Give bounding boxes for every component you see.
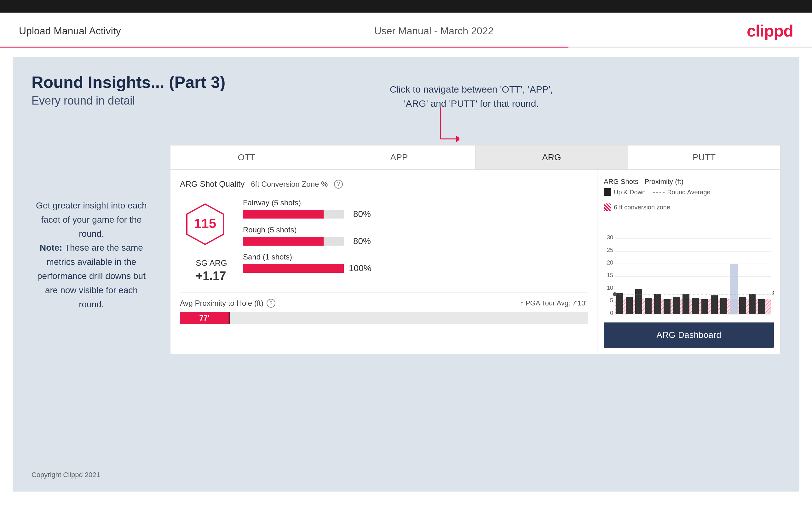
shot-pct-sand: 100% [349,263,371,273]
svg-text:5: 5 [610,297,613,303]
hex-value: 115 [194,216,216,231]
proximity-section: Avg Proximity to Hole (ft) ? ↑ PGA Tour … [180,292,588,324]
svg-rect-32 [720,298,727,314]
shot-pct-fairway: 80% [349,209,371,219]
shot-item-sand: Sand (1 shots) 100% [243,252,588,273]
hex-sg-layout: 115 SG ARG +1.17 Fairway (5 shots) [180,199,588,283]
legend-item-round-avg: Round Average [653,189,711,196]
shot-item-fairway: Fairway (5 shots) 80% [243,199,588,219]
note-label: Note: [40,243,62,252]
svg-marker-2 [456,136,459,142]
svg-rect-28 [682,294,690,314]
proximity-value: 77' [195,314,214,323]
panel-header-title: ARG Shot Quality [180,179,245,189]
legend-label-round-avg: Round Average [667,189,711,196]
svg-rect-31 [711,295,718,314]
dashboard-card: OTT APP ARG PUTT ARG Shot Quality 6ft Co… [170,145,780,354]
shot-bar-row-sand: 100% [243,263,588,273]
svg-rect-37 [758,299,765,314]
proximity-header: Avg Proximity to Hole (ft) ? ↑ PGA Tour … [180,299,588,308]
svg-rect-24 [645,298,652,314]
tab-arg[interactable]: ARG [475,146,628,169]
card-content: ARG Shot Quality 6ft Conversion Zone % ?… [170,170,780,354]
chart-legend: Up & Down Round Average 6 ft conversion … [604,188,774,211]
svg-text:8: 8 [772,290,774,297]
header: Upload Manual Activity User Manual - Mar… [0,13,812,47]
shot-bar-bg-fairway [243,210,344,219]
svg-text:15: 15 [607,272,613,278]
tab-app[interactable]: APP [323,146,475,169]
dashboard-button[interactable]: ARG Dashboard [604,323,774,348]
proximity-title: Avg Proximity to Hole (ft) ? [180,299,275,308]
svg-rect-34 [730,264,738,314]
svg-rect-26 [664,299,670,314]
doc-title: User Manual - March 2022 [374,25,494,37]
panel-header-subtitle: 6ft Conversion Zone % [251,180,328,189]
panel-header: ARG Shot Quality 6ft Conversion Zone % ? [180,179,588,189]
svg-rect-25 [654,294,661,314]
shot-bar-fill-sand [243,264,344,273]
svg-point-39 [613,292,617,296]
shot-bar-bg-sand [243,264,344,273]
left-panel: ARG Shot Quality 6ft Conversion Zone % ?… [170,170,597,354]
chart-header: ARG Shots - Proximity (ft) [604,178,774,186]
upload-label: Upload Manual Activity [19,25,121,37]
sg-label: SG ARG [196,258,227,268]
svg-rect-21 [616,293,623,314]
bars-col: Fairway (5 shots) 80% Rough (5 shots) [243,199,588,283]
shot-label-fairway: Fairway (5 shots) [243,199,588,207]
svg-text:30: 30 [607,234,613,240]
svg-rect-35 [739,297,746,314]
legend-sq-6ft [604,204,611,211]
legend-item-6ft: 6 ft conversion zone [604,204,670,211]
proximity-help-icon[interactable]: ? [266,299,275,308]
svg-rect-23 [635,289,642,314]
shot-label-sand: Sand (1 shots) [243,252,588,261]
sg-section: SG ARG +1.17 [196,258,227,283]
shot-bar-fill-rough [243,237,323,246]
hex-container: 115 [180,199,230,249]
copyright: Copyright Clippd 2021 [32,471,100,478]
svg-rect-22 [626,297,633,314]
help-icon[interactable]: ? [334,180,343,189]
legend-label-updown: Up & Down [614,189,646,196]
bar-chart-area: 0 5 10 15 20 25 30 [604,217,774,319]
footer: Copyright Clippd 2021 [32,471,100,479]
svg-text:25: 25 [607,247,613,253]
shot-bar-bg-rough [243,237,344,246]
svg-rect-36 [749,294,756,314]
top-bar [0,0,812,13]
shot-label-rough: Rough (5 shots) [243,225,588,234]
proximity-cursor [229,312,230,324]
proximity-pga: ↑ PGA Tour Avg: 7'10" [520,299,588,307]
proximity-bar-bg: 77' [180,312,588,324]
legend-item-updown: Up & Down [604,188,646,196]
tabs-row: OTT APP ARG PUTT [170,146,780,170]
proximity-label: Avg Proximity to Hole (ft) [180,299,263,308]
shot-bar-fill-fairway [243,210,323,219]
right-panel: ARG Shots - Proximity (ft) Up & Down Rou… [597,170,780,354]
shot-bar-row-rough: 80% [243,236,588,246]
shot-bar-row-fairway: 80% [243,209,588,219]
svg-text:0: 0 [610,310,613,316]
svg-rect-30 [701,299,708,314]
header-divider [0,47,812,48]
nav-hint: Click to navigate between 'OTT', 'APP','… [390,82,553,111]
clippd-logo: clippd [747,21,793,40]
tab-ott[interactable]: OTT [170,146,323,169]
main-content: Round Insights... (Part 3) Every round i… [13,57,799,492]
bar-chart-svg: 0 5 10 15 20 25 30 [604,217,774,318]
chart-title: ARG Shots - Proximity (ft) [604,178,683,185]
svg-text:10: 10 [607,285,613,291]
left-description: Get greater insight into each facet of y… [32,199,151,312]
legend-sq-updown [604,188,611,196]
legend-dashed-round-avg [653,192,665,193]
shot-pct-rough: 80% [349,236,371,246]
hex-col: 115 SG ARG +1.17 [180,199,243,283]
svg-text:20: 20 [607,260,613,266]
legend-label-6ft: 6 ft conversion zone [614,204,670,211]
proximity-bar-fill: 77' [180,312,229,324]
tab-putt[interactable]: PUTT [628,146,780,169]
svg-rect-29 [692,298,699,314]
svg-rect-27 [673,297,680,314]
